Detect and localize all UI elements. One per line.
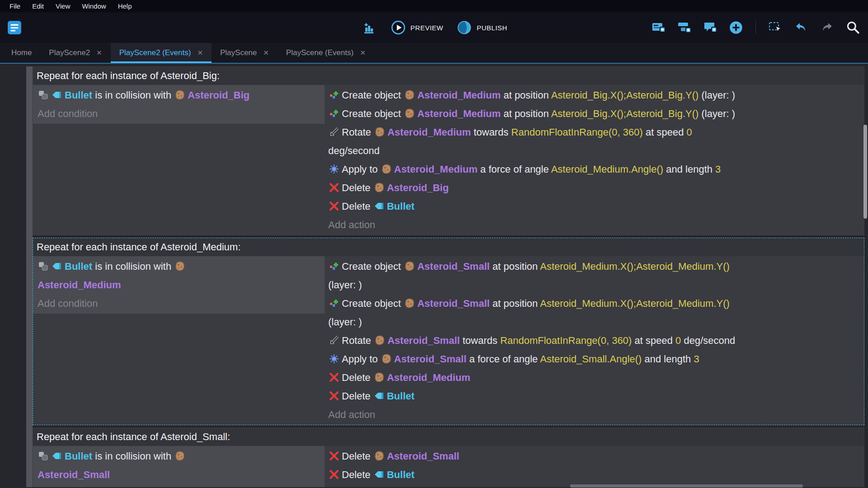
tab-close-icon[interactable]: ✕ <box>263 49 269 57</box>
action-row[interactable]: Create object Asteroid_Medium at positio… <box>328 86 859 104</box>
undo-icon <box>794 20 808 35</box>
add-condition-button[interactable]: Add condition <box>38 484 320 487</box>
event-block[interactable]: Repeat for each instance of Asteroid_Big… <box>33 66 864 235</box>
globe-icon <box>457 20 472 35</box>
add-circle-button[interactable] <box>728 19 744 36</box>
text-object-blue: Bullet <box>65 261 92 272</box>
action-row[interactable]: Rotate Asteroid_Small towards RandomFloa… <box>328 331 859 350</box>
action-row[interactable]: Apply to Asteroid_Small a force of angle… <box>328 350 859 368</box>
text-plain: (layer: ) <box>328 279 362 291</box>
menu-item-window[interactable]: Window <box>76 1 112 11</box>
event-block-selected[interactable]: Repeat for each instance of Asteroid_Med… <box>33 238 864 425</box>
text-plain: Create object <box>342 108 404 119</box>
event-body: Bullet is in collision with Asteroid_Med… <box>33 256 864 425</box>
preview-label: PREVIEW <box>410 24 443 32</box>
add-condition-button[interactable]: Add condition <box>38 104 320 123</box>
project-manager-button[interactable] <box>6 19 23 36</box>
action-row[interactable]: Delete Asteroid_Big <box>328 178 859 197</box>
add-comment-button[interactable] <box>702 19 718 36</box>
action-row[interactable]: Delete Bullet <box>328 197 859 216</box>
tab-label: PlayScene2 (Events) <box>119 48 191 57</box>
text-plain: (layer: ) <box>698 108 735 119</box>
tab-close-icon[interactable]: ✕ <box>197 49 203 57</box>
collision-icon <box>38 450 49 461</box>
tab-playscene2[interactable]: PlayScene2✕ <box>40 43 110 63</box>
redo-button[interactable] <box>819 19 835 36</box>
event-repeat-header[interactable]: Repeat for each instance of Asteroid_Big… <box>33 67 864 85</box>
tab-playscene[interactable]: PlayScene✕ <box>212 43 278 63</box>
preview-button[interactable]: PREVIEW <box>391 20 443 35</box>
tab-label: Home <box>11 48 32 57</box>
text-plain: a force of angle <box>467 353 540 365</box>
asteroid-icon <box>175 261 185 272</box>
action-row[interactable]: Delete Asteroid_Small <box>328 447 859 465</box>
text-object-purple: Asteroid_Medium <box>417 108 501 119</box>
collision-icon <box>38 89 49 100</box>
menu-item-edit[interactable]: Edit <box>26 1 50 11</box>
force-icon <box>329 353 340 364</box>
tab-home[interactable]: Home <box>3 43 40 63</box>
text-plain: Delete <box>342 372 373 383</box>
menu-item-help[interactable]: Help <box>112 1 138 11</box>
delete-icon <box>329 372 340 383</box>
add-condition-button[interactable]: Add condition <box>38 294 320 313</box>
text-object-purple: Asteroid_Small <box>394 353 467 365</box>
add-subevent-button[interactable] <box>676 19 693 36</box>
text-object-purple: Asteroid_Big <box>188 89 250 101</box>
toolbar-center: PREVIEW PUBLISH <box>361 19 507 36</box>
text-object-blue: Bullet <box>65 450 92 462</box>
condition-row[interactable]: Bullet is in collision with Asteroid_Sma… <box>38 447 320 484</box>
action-row[interactable]: Rotate Asteroid_Medium towards RandomFlo… <box>328 123 859 160</box>
text-expression: Asteroid_Big.X();Asteroid_Big.Y() <box>551 108 698 119</box>
tab-label: PlayScene <box>220 48 257 57</box>
conditions-box: Bullet is in collision with Asteroid_Sma… <box>33 446 325 487</box>
events-list: Repeat for each instance of Asteroid_Big… <box>33 66 864 487</box>
action-row[interactable]: Apply to Asteroid_Medium a force of angl… <box>328 160 859 178</box>
text-object-purple: Asteroid_Medium <box>38 279 121 291</box>
add-action-button[interactable]: Add action <box>328 216 859 234</box>
text-plain: (layer: ) <box>698 89 735 101</box>
event-repeat-header[interactable]: Repeat for each instance of Asteroid_Med… <box>33 238 864 256</box>
build-button[interactable] <box>361 19 377 36</box>
text-expression: Asteroid_Medium.X();Asteroid_Medium.Y() <box>540 261 729 272</box>
asteroid-icon <box>374 182 385 193</box>
action-row[interactable]: Delete Bullet <box>328 465 859 484</box>
tab-playscene2-events[interactable]: PlayScene2 (Events)✕ <box>111 43 212 63</box>
asteroid-icon <box>374 127 385 137</box>
text-object-purple: Asteroid_Medium <box>417 89 501 101</box>
add-action-button[interactable]: Add action <box>328 405 859 424</box>
events-gutter[interactable] <box>26 66 33 487</box>
menu-item-view[interactable]: View <box>50 1 76 11</box>
event-repeat-header[interactable]: Repeat for each instance of Asteroid_Sma… <box>33 428 864 446</box>
tab-close-icon[interactable]: ✕ <box>96 49 102 57</box>
search-button[interactable] <box>844 19 861 36</box>
actions-column: Create object Asteroid_Medium at positio… <box>325 85 864 235</box>
text-expression: 0 <box>687 127 692 138</box>
horizontal-scrollbar[interactable] <box>570 484 803 488</box>
vertical-scrollbar[interactable] <box>863 125 867 219</box>
text-expression: 0 <box>675 335 681 346</box>
add-subevent-icon <box>677 20 692 35</box>
text-plain: at position <box>490 261 540 272</box>
text-plain: (layer: ) <box>328 316 362 328</box>
add-event-button[interactable] <box>651 19 667 36</box>
action-row[interactable]: Create object Asteroid_Small at position… <box>328 257 859 294</box>
collision-icon <box>38 261 49 272</box>
tab-close-icon[interactable]: ✕ <box>360 49 366 57</box>
menu-item-file[interactable]: File <box>4 1 26 11</box>
action-row[interactable]: Create object Asteroid_Small at position… <box>328 294 859 331</box>
event-block[interactable]: Repeat for each instance of Asteroid_Sma… <box>33 427 864 487</box>
tab-playscene-events[interactable]: PlayScene (Events)✕ <box>278 43 374 63</box>
condition-row[interactable]: Bullet is in collision with Asteroid_Big <box>38 86 320 104</box>
selection-mode-button[interactable] <box>767 19 783 36</box>
text-plain: towards <box>460 335 500 346</box>
event-body: Bullet is in collision with Asteroid_Big… <box>33 85 864 235</box>
action-row[interactable]: Delete Asteroid_Medium <box>328 368 859 387</box>
action-row[interactable]: Delete Bullet <box>328 387 859 405</box>
publish-button[interactable]: PUBLISH <box>457 20 507 35</box>
undo-button[interactable] <box>793 19 809 36</box>
delete-icon <box>329 450 340 461</box>
action-row[interactable]: Create object Asteroid_Medium at positio… <box>328 104 859 123</box>
asteroid-icon <box>175 89 185 100</box>
condition-row[interactable]: Bullet is in collision with Asteroid_Med… <box>38 257 320 294</box>
